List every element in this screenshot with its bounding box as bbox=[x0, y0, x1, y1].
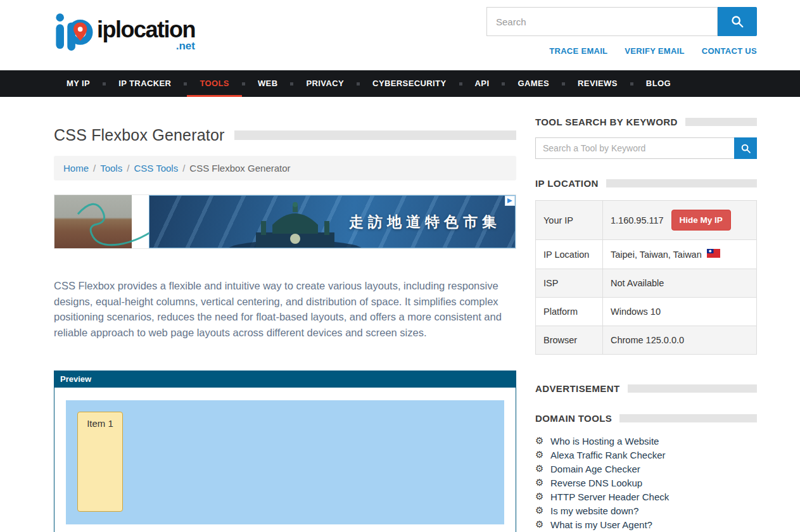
breadcrumb-current: CSS Flexbox Generator bbox=[189, 163, 290, 174]
list-item: ⚙ Who is Hosting a Website bbox=[535, 434, 757, 448]
nav-item-games[interactable]: GAMES bbox=[505, 70, 562, 97]
ip-location-table: Your IP 1.160.95.117 Hide My IP IP Locat… bbox=[535, 200, 757, 355]
table-row-platform: Platform Windows 10 bbox=[536, 298, 757, 326]
domain-tool-link-alexa-rank[interactable]: Alexa Traffic Rank Checker bbox=[550, 450, 665, 460]
nav-item-privacy[interactable]: PRIVACY bbox=[293, 70, 357, 97]
tool-search-input[interactable] bbox=[535, 137, 734, 159]
gear-icon: ⚙ bbox=[535, 491, 550, 502]
gear-icon: ⚙ bbox=[535, 477, 550, 488]
list-item: ⚙ Is my website down? bbox=[535, 504, 757, 517]
nav-item-api[interactable]: API bbox=[462, 70, 502, 97]
header-search-input[interactable] bbox=[486, 7, 718, 36]
nav-item-reviews[interactable]: REVIEWS bbox=[565, 70, 630, 97]
preview-panel: Preview Item 1 bbox=[54, 370, 516, 532]
nav-item-my-ip[interactable]: MY IP bbox=[54, 70, 103, 97]
ip-location-value: Taipei, Taiwan, Taiwan bbox=[611, 250, 702, 260]
row-label: Your IP bbox=[536, 201, 603, 240]
page-description: CSS Flexbox provides a flexible and intu… bbox=[54, 278, 516, 340]
heading-decorative-bar bbox=[628, 384, 757, 393]
verify-email-link[interactable]: VERIFY EMAIL bbox=[625, 46, 684, 56]
sidebar: TOOL SEARCH BY KEYWORD IP LOCATION Your … bbox=[535, 97, 757, 532]
breadcrumb-separator: / bbox=[127, 163, 129, 174]
page-title: CSS Flexbox Generator bbox=[54, 126, 225, 144]
ad-gap bbox=[132, 195, 149, 248]
ad-dome-building bbox=[225, 200, 365, 248]
hide-my-ip-button[interactable]: Hide My IP bbox=[671, 210, 731, 231]
taiwan-flag-icon bbox=[707, 249, 720, 260]
domain-tool-link-reverse-dns[interactable]: Reverse DNS Lookup bbox=[550, 478, 642, 488]
tool-search-button[interactable] bbox=[734, 137, 757, 159]
breadcrumb-tools[interactable]: Tools bbox=[100, 163, 122, 174]
nav-item-cybersecurity[interactable]: CYBERSECURITY bbox=[360, 70, 459, 97]
list-item: ⚙ HTTP Server Header Check bbox=[535, 490, 757, 504]
breadcrumb: Home/Tools/CSS Tools/CSS Flexbox Generat… bbox=[54, 156, 516, 180]
your-ip-value: 1.160.95.117 bbox=[611, 215, 664, 225]
header-links: TRACE EMAIL VERIFY EMAIL CONTACT US bbox=[486, 46, 757, 56]
breadcrumb-home[interactable]: Home bbox=[63, 163, 89, 174]
breadcrumb-separator: / bbox=[182, 163, 185, 174]
tool-search-form bbox=[535, 137, 757, 159]
advertisement-banner[interactable]: 走訪地道特色市集 bbox=[54, 194, 516, 249]
nav-item-tools[interactable]: TOOLS bbox=[187, 70, 242, 97]
browser-value: Chrome 125.0.0.0 bbox=[603, 326, 757, 355]
flexbox-preview-container: Item 1 bbox=[66, 400, 504, 524]
nav-item-blog[interactable]: BLOG bbox=[633, 70, 683, 97]
row-label: Platform bbox=[536, 298, 603, 326]
table-row-your-ip: Your IP 1.160.95.117 Hide My IP bbox=[536, 201, 757, 240]
domain-tool-link-http-header[interactable]: HTTP Server Header Check bbox=[550, 491, 669, 502]
title-decorative-bar bbox=[234, 130, 516, 140]
table-row-isp: ISP Not Available bbox=[536, 269, 757, 298]
breadcrumb-css-tools[interactable]: CSS Tools bbox=[134, 163, 178, 174]
flexbox-preview-item: Item 1 bbox=[77, 412, 123, 512]
advertisement-heading: ADVERTISEMENT bbox=[535, 383, 757, 394]
isp-value: Not Available bbox=[603, 269, 757, 298]
search-icon bbox=[730, 15, 744, 28]
trace-email-link[interactable]: TRACE EMAIL bbox=[549, 46, 607, 56]
domain-tool-link-hosting[interactable]: Who is Hosting a Website bbox=[550, 436, 659, 446]
gear-icon: ⚙ bbox=[535, 519, 550, 530]
gear-icon: ⚙ bbox=[535, 463, 550, 474]
domain-tool-link-user-agent[interactable]: What is my User Agent? bbox=[550, 519, 652, 530]
ad-creative-image: 走訪地道特色市集 bbox=[149, 195, 516, 248]
gear-icon: ⚙ bbox=[535, 505, 550, 516]
site-logo[interactable]: iplocation .net bbox=[54, 10, 195, 53]
list-item: ⚙ What is my User Agent? bbox=[535, 517, 757, 531]
gear-icon: ⚙ bbox=[535, 449, 550, 460]
domain-tools-heading: DOMAIN TOOLS bbox=[535, 413, 757, 424]
header-search-button[interactable] bbox=[718, 7, 757, 36]
main-nav: MY IP IP TRACKER TOOLS WEB PRIVACY CYBER… bbox=[0, 70, 800, 97]
ad-thumbnail-image bbox=[54, 195, 132, 248]
list-item: ⚙ Domain Age Checker bbox=[535, 462, 757, 476]
header-right: TRACE EMAIL VERIFY EMAIL CONTACT US bbox=[486, 7, 757, 56]
row-label: Browser bbox=[536, 326, 603, 355]
domain-tool-link-domain-age[interactable]: Domain Age Checker bbox=[550, 464, 640, 474]
header-search-form bbox=[486, 7, 757, 36]
domain-tool-link-website-down[interactable]: Is my website down? bbox=[550, 505, 638, 516]
heading-decorative-bar bbox=[619, 414, 757, 422]
logo-icon bbox=[54, 10, 93, 51]
table-row-browser: Browser Chrome 125.0.0.0 bbox=[536, 326, 757, 355]
adchoices-icon[interactable] bbox=[505, 196, 515, 206]
row-label: ISP bbox=[536, 269, 603, 298]
list-item: ⚙ Reverse DNS Lookup bbox=[535, 476, 757, 490]
ad-headline: 走訪地道特色市集 bbox=[349, 212, 501, 232]
list-item: ⚙ Alexa Traffic Rank Checker bbox=[535, 448, 757, 462]
heading-decorative-bar bbox=[685, 118, 757, 126]
gear-icon: ⚙ bbox=[535, 435, 550, 446]
row-label: IP Location bbox=[536, 240, 603, 269]
nav-item-web[interactable]: WEB bbox=[245, 70, 291, 97]
table-row-ip-location: IP Location Taipei, Taiwan, Taiwan bbox=[536, 240, 757, 269]
ip-location-heading: IP LOCATION bbox=[535, 178, 757, 189]
logo-wordmark: iplocation .net bbox=[97, 10, 195, 53]
logo-text: iplocation bbox=[97, 18, 195, 41]
contact-us-link[interactable]: CONTACT US bbox=[702, 46, 757, 56]
preview-panel-body: Item 1 bbox=[54, 388, 516, 532]
tool-search-heading: TOOL SEARCH BY KEYWORD bbox=[535, 117, 757, 127]
site-header: iplocation .net TRACE EMAIL VERIFY EMAIL… bbox=[0, 0, 800, 70]
search-icon bbox=[740, 143, 751, 154]
main-content: CSS Flexbox Generator Home/Tools/CSS Too… bbox=[54, 97, 516, 532]
nav-item-ip-tracker[interactable]: IP TRACKER bbox=[106, 70, 184, 97]
platform-value: Windows 10 bbox=[603, 298, 757, 326]
preview-panel-header: Preview bbox=[54, 371, 516, 388]
domain-tools-list: ⚙ Who is Hosting a Website ⚙ Alexa Traff… bbox=[535, 434, 757, 531]
